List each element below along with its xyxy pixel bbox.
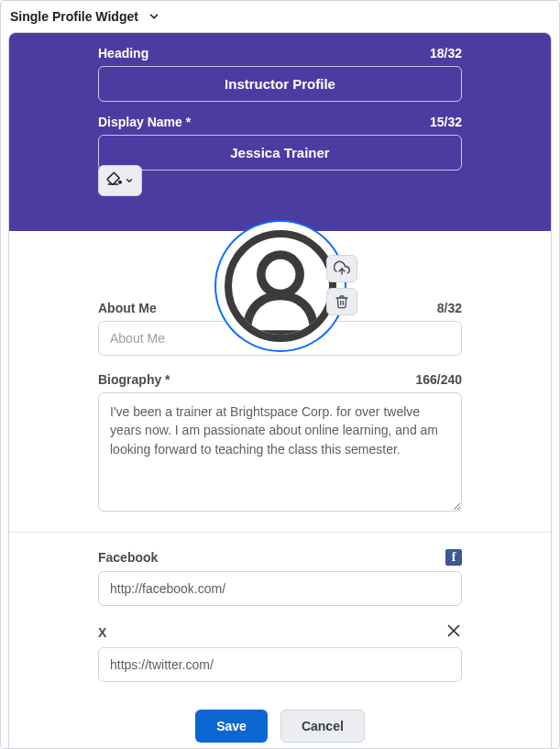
profile-card: Heading 18/32 Display Name * 15/32: [8, 32, 552, 749]
avatar-placeholder-icon: [225, 230, 336, 342]
avatar-ring[interactable]: [216, 222, 345, 350]
footer-actions: Save Cancel: [9, 697, 551, 749]
facebook-input[interactable]: [98, 571, 462, 606]
widget-title: Single Profile Widget: [10, 9, 138, 24]
paint-bucket-icon: [106, 171, 123, 191]
avatar-delete-button[interactable]: [326, 288, 357, 315]
heading-label: Heading: [98, 46, 148, 61]
biography-label: Biography *: [98, 372, 170, 387]
background-color-button[interactable]: [98, 165, 142, 196]
heading-char-count: 18/32: [430, 46, 462, 61]
save-button[interactable]: Save: [195, 710, 268, 743]
section-divider: [9, 532, 551, 533]
biography-char-count: 166/240: [415, 372, 462, 387]
avatar-area: [216, 222, 345, 350]
biography-textarea[interactable]: [98, 392, 462, 512]
cancel-button[interactable]: Cancel: [280, 710, 365, 743]
display-name-label: Display Name *: [98, 115, 191, 129]
about-me-label: About Me: [98, 301, 157, 315]
svg-point-1: [260, 255, 299, 293]
facebook-icon: f: [445, 549, 462, 566]
facebook-label-row: Facebook f: [98, 549, 462, 566]
display-name-label-row: Display Name * 15/32: [98, 115, 462, 129]
widget-title-bar: Single Profile Widget: [1, 1, 559, 28]
x-label-row: X: [98, 622, 462, 642]
avatar-upload-button[interactable]: [326, 255, 357, 282]
facebook-label: Facebook: [98, 550, 158, 565]
svg-point-0: [119, 182, 121, 183]
display-name-input[interactable]: [98, 135, 462, 171]
heading-label-row: Heading 18/32: [98, 46, 462, 61]
x-label: X: [98, 625, 106, 640]
widget-editor-panel: Single Profile Widget Heading 18/32 Disp…: [0, 0, 560, 749]
trash-icon: [335, 294, 349, 309]
bio-label-row: Biography * 166/240: [98, 372, 462, 387]
hero-section: Heading 18/32 Display Name * 15/32: [9, 33, 551, 231]
x-social-icon: [445, 622, 462, 642]
chevron-down-icon[interactable]: [146, 8, 162, 25]
x-input[interactable]: [98, 647, 462, 682]
chevron-down-icon: [125, 176, 134, 185]
display-name-char-count: 15/32: [430, 115, 462, 129]
about-me-char-count: 8/32: [437, 301, 462, 315]
heading-input[interactable]: [98, 66, 462, 102]
cloud-upload-icon: [334, 260, 350, 277]
